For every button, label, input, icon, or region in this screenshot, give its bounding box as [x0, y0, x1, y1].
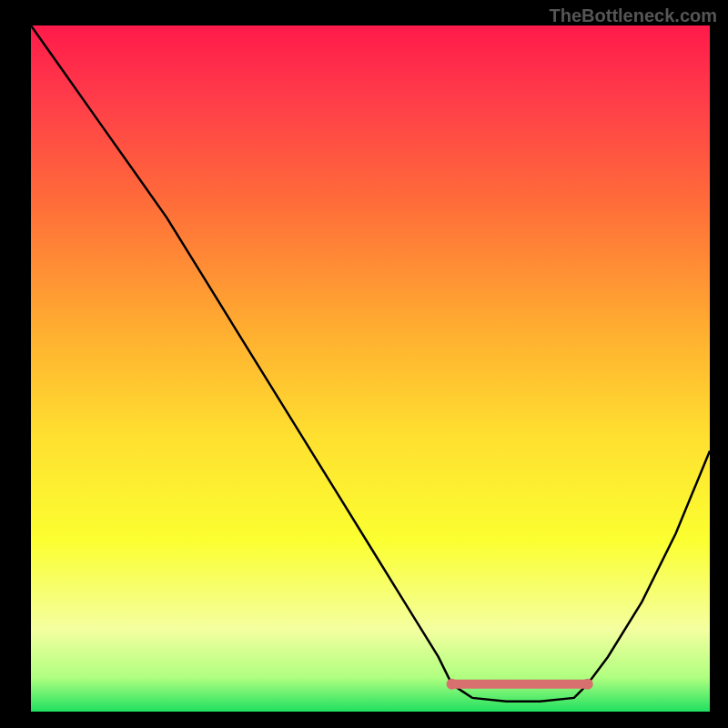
svg-point-1	[447, 679, 458, 690]
watermark-text: TheBottleneck.com	[550, 5, 717, 26]
chart-container	[31, 25, 710, 712]
chart-curve	[31, 25, 710, 712]
svg-point-2	[582, 679, 593, 690]
